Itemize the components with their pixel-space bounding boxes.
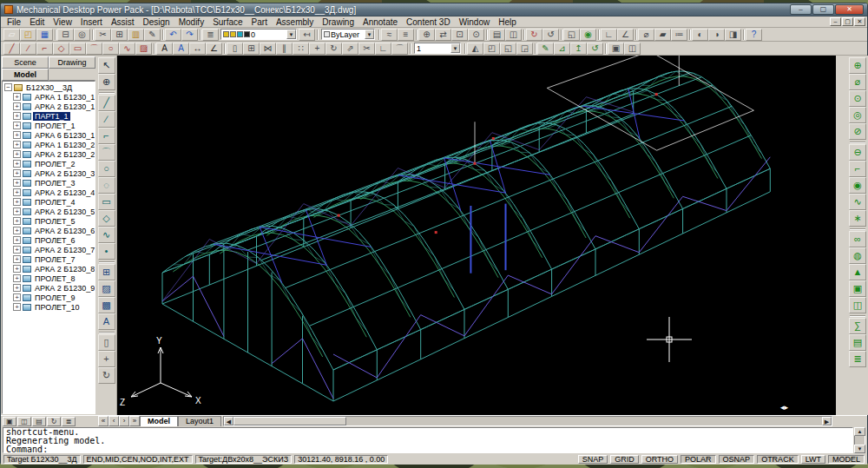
tree-item[interactable]: +АРКА 2 Б1230_5	[3, 207, 95, 216]
spline-button[interactable]: ∿	[98, 227, 115, 243]
viewport-scale-combo[interactable]: 1▼	[414, 43, 461, 54]
maximize-button[interactable]: ▢	[812, 4, 834, 15]
construction-line-button[interactable]: ∕	[20, 43, 36, 55]
undo-button[interactable]: ↶	[165, 29, 181, 41]
tree-item[interactable]: +ПРОЛЕТ_1	[3, 121, 95, 130]
toggle-model[interactable]: MODEL	[828, 455, 865, 464]
menu-edit[interactable]: Edit	[25, 17, 49, 27]
hide-button[interactable]: ◐	[692, 29, 708, 41]
expand-icon[interactable]: +	[13, 150, 21, 158]
expand-icon[interactable]: +	[13, 112, 21, 120]
render-button[interactable]: ◨	[725, 29, 741, 41]
design-center-button[interactable]: ◫	[505, 29, 522, 41]
menu-surface[interactable]: Surface	[208, 17, 247, 27]
next-layout-icon[interactable]: ›	[119, 416, 129, 426]
text-button[interactable]: A	[98, 313, 115, 330]
last-layout-icon[interactable]: »	[129, 416, 140, 426]
color-combo[interactable]: ByLayer▼	[321, 29, 375, 40]
redraw-button[interactable]: ↻	[526, 29, 542, 41]
tree-item[interactable]: +АРКА 2 Б1230_6	[3, 226, 95, 235]
scroll-down-icon[interactable]: ▼	[854, 445, 865, 453]
erase-button[interactable]: ▯	[227, 43, 243, 55]
update-browser-button[interactable]: ↻	[47, 417, 61, 426]
menu-insert[interactable]: Insert	[76, 17, 107, 27]
expand-icon[interactable]: +	[13, 122, 21, 129]
shafts-button[interactable]: ⊖	[849, 144, 866, 161]
prev-layout-icon[interactable]: ‹	[108, 416, 119, 426]
text-button[interactable]: A	[156, 43, 173, 55]
expand-icon[interactable]: +	[13, 217, 21, 225]
dropdown-arrow-icon[interactable]: ▼	[450, 43, 460, 53]
tab-layout1[interactable]: Layout1	[178, 416, 221, 426]
tree-item[interactable]: +АРКА 1 Б1230_1	[3, 92, 95, 102]
menu-help[interactable]: Help	[494, 17, 521, 27]
assembly-browser-button[interactable]: ◫	[624, 43, 641, 55]
polygon-button[interactable]: ◇	[53, 43, 69, 55]
fillet-button[interactable]: ⌒	[391, 43, 408, 55]
3d-orbit-button[interactable]: ◉	[580, 29, 596, 41]
arc-button[interactable]: ⌒	[98, 144, 115, 161]
menu-drawing[interactable]: Drawing	[318, 17, 358, 27]
hatch-button[interactable]: ▨	[135, 43, 152, 55]
first-layout-icon[interactable]: «	[98, 416, 108, 426]
scale-button[interactable]: ⇗	[342, 43, 358, 55]
distance-button[interactable]: ⌀	[638, 29, 654, 41]
tree-item[interactable]: +АРКА 2 Б1230_8	[3, 264, 95, 274]
holes-button[interactable]: ⊘	[849, 123, 866, 140]
region-button[interactable]: ▩	[98, 297, 115, 313]
pan-button[interactable]: ⇄	[435, 29, 451, 41]
dropdown-arrow-icon[interactable]: ▼	[286, 30, 296, 39]
menu-view[interactable]: View	[49, 17, 76, 27]
child-minimize-button[interactable]: –	[830, 17, 841, 26]
layers-button[interactable]: ≣	[202, 29, 219, 41]
open-button[interactable]: ◰	[20, 29, 36, 41]
area-button[interactable]: ▰	[654, 29, 671, 41]
library-button[interactable]: ▣	[849, 280, 866, 297]
options-button[interactable]: ≣	[849, 351, 866, 367]
steel-shapes-button[interactable]: ⌐	[849, 161, 866, 177]
menu-part[interactable]: Part	[247, 17, 272, 27]
toggle-osnap[interactable]: OSNAP	[719, 455, 755, 464]
zoom-previous-button[interactable]: ⊙	[468, 29, 484, 41]
expand-icon[interactable]: +	[13, 188, 21, 196]
erase-button[interactable]: ▯	[98, 334, 115, 351]
expand-icon[interactable]: +	[13, 246, 21, 254]
expand-icon[interactable]: +	[13, 131, 21, 139]
ucs-button[interactable]: ∟	[601, 29, 617, 41]
tree-item[interactable]: +АРКА 2 Б1230_2	[3, 149, 95, 159]
ucs-dialog-button[interactable]: ∠	[617, 29, 634, 41]
expand-icon[interactable]: +	[13, 236, 21, 244]
rotate-button[interactable]: ↻	[98, 367, 115, 384]
block-insert-button[interactable]: ⊞	[98, 264, 115, 280]
revolve-button[interactable]: ↺	[587, 43, 603, 55]
polygon-button[interactable]: ◇	[98, 210, 115, 227]
toggle-lwt[interactable]: LWT	[801, 455, 825, 464]
scene-mode-button[interactable]: ◫	[17, 417, 31, 426]
cut-button[interactable]: ✂	[95, 29, 111, 41]
menu-design[interactable]: Design	[139, 17, 174, 27]
iso-view-button[interactable]: ◲	[516, 43, 533, 55]
line-button[interactable]: ╱	[3, 43, 20, 55]
tab-drawing[interactable]: Drawing	[49, 56, 95, 69]
menu-annotate[interactable]: Annotate	[358, 17, 402, 27]
tree-item[interactable]: −Б12Х30__3Д	[3, 82, 95, 92]
child-restore-button[interactable]: ▢	[842, 17, 853, 26]
tab-model[interactable]: Model	[2, 69, 49, 81]
help-button[interactable]: ?	[746, 29, 762, 41]
screw-connection-button[interactable]: ⊕	[849, 57, 866, 74]
springs-button[interactable]: ∿	[849, 194, 866, 210]
trim-button[interactable]: ✂	[358, 43, 375, 55]
toggle-otrack[interactable]: OTRACK	[757, 455, 799, 464]
paste-button[interactable]: ▥	[128, 29, 144, 41]
command-scrollbar[interactable]: ▲ ▼	[854, 427, 865, 453]
regen-button[interactable]: ↺	[542, 29, 559, 41]
menu-content-3d[interactable]: Content 3D	[402, 17, 455, 27]
dim-linear-button[interactable]: ↔	[189, 43, 206, 55]
tree-item[interactable]: +АРКА 2 Б1230_4	[3, 188, 95, 197]
drawing-mode-button[interactable]: ▤	[32, 417, 46, 426]
menu-assembly[interactable]: Assembly	[272, 17, 318, 27]
point-button[interactable]: •	[98, 243, 115, 260]
ellipse-button[interactable]: ◌	[98, 177, 115, 194]
browser-options-button[interactable]: ≣	[62, 417, 76, 426]
tab-scene[interactable]: Scene	[2, 56, 49, 69]
